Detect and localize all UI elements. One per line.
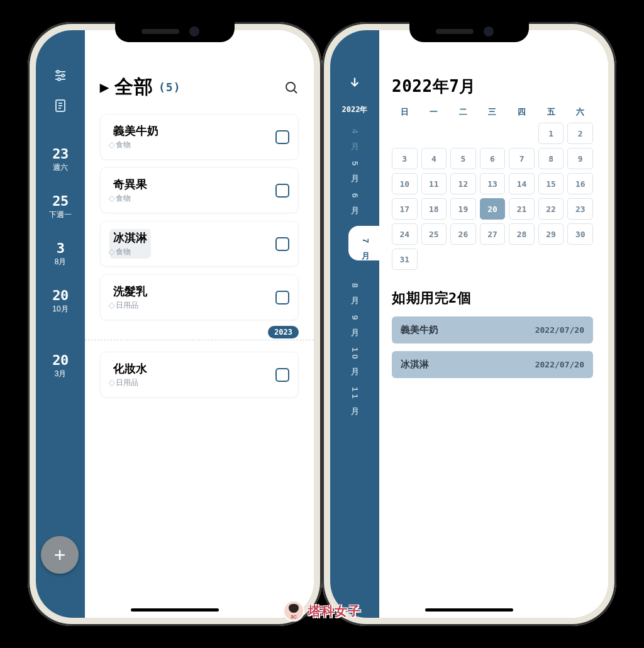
cal-cell-empty [509,123,535,144]
cal-day[interactable]: 2 [567,123,593,144]
month-button[interactable]: 5月 [349,161,360,170]
month-button[interactable]: 6月 [349,193,360,203]
item-title: 洗髮乳 [113,284,147,299]
cal-day[interactable]: 31 [392,249,418,270]
date-item[interactable]: 25下週一 [49,194,72,220]
cal-day[interactable]: 16 [567,173,593,194]
cal-day[interactable]: 3 [392,148,418,169]
card-body: 奇異果 食物 [109,176,151,205]
cal-cell-empty [480,123,506,144]
left-sidebar: 23週六25下週一38月2010月203月 [36,30,85,618]
cal-day[interactable]: 8 [538,148,564,169]
watermark-avatar-icon [283,600,304,622]
date-item[interactable]: 2010月 [52,289,69,315]
cal-day[interactable]: 30 [567,223,593,245]
completed-item[interactable]: 義美牛奶2022/07/20 [392,316,593,344]
month-button[interactable]: 9月 [349,315,360,325]
cal-day[interactable]: 26 [450,223,476,245]
cal-day[interactable]: 13 [480,173,506,194]
date-item[interactable]: 23週六 [52,147,69,173]
item-card[interactable]: 義美牛奶 食物 [100,114,299,160]
item-tag: 食物 [113,140,158,150]
date-number: 20 [52,354,69,367]
cal-day[interactable]: 18 [421,198,447,220]
cal-day[interactable]: 29 [538,223,564,245]
cal-day[interactable]: 20 [480,198,506,220]
year-divider-chip: 2023 [268,326,299,338]
date-item[interactable]: 38月 [55,242,67,267]
item-card[interactable]: 化妝水 日用品 [100,352,299,398]
item-card[interactable]: 奇異果 食物 [100,167,299,213]
cal-day[interactable]: 15 [538,173,564,194]
month-button[interactable]: 10月 [349,347,360,364]
checkbox[interactable] [275,368,289,382]
month-sidebar: 2022年 4月5月6月7月8月9月10月11月 [330,30,379,618]
filters-icon[interactable] [53,68,68,83]
page-title[interactable]: ▶ 全部 (5) [100,74,181,100]
item-title: 義美牛奶 [113,123,158,138]
cal-day[interactable]: 5 [450,148,476,169]
cal-cell-empty [421,123,447,144]
add-button[interactable]: + [41,536,79,574]
cal-day[interactable]: 21 [509,198,535,220]
item-tag: 食物 [113,247,147,257]
cal-day[interactable]: 1 [538,123,564,144]
cal-day[interactable]: 9 [567,148,593,169]
cal-day[interactable]: 24 [392,223,418,245]
search-icon[interactable] [284,80,299,95]
items-list: 義美牛奶 食物 奇異果 食物 冰淇淋 食物 洗髮乳 日用品 化妝水 日用品 [100,114,299,398]
screen-left: 23週六25下週一38月2010月203月 ▶ 全部 (5) 義美牛奶 食物 奇… [36,30,314,618]
home-indicator[interactable] [425,608,513,612]
cal-day[interactable]: 7 [509,148,535,169]
cal-day[interactable]: 12 [450,173,476,194]
cal-day[interactable]: 22 [538,198,564,220]
checkbox[interactable] [275,184,289,198]
month-button[interactable]: 7月 [348,226,380,260]
title-text: 全部 [114,74,153,100]
item-tag: 日用品 [113,377,147,388]
cal-day[interactable]: 4 [421,148,447,169]
cal-day[interactable]: 19 [450,198,476,220]
down-arrow-icon[interactable] [348,75,362,89]
dow-label: 三 [480,106,506,118]
month-button[interactable]: 4月 [349,129,360,138]
item-title: 奇異果 [113,177,147,192]
cal-day[interactable]: 17 [392,198,418,220]
year-label[interactable]: 2022年 [342,104,368,115]
date-label: 3月 [52,369,69,379]
dropdown-triangle-icon: ▶ [100,81,109,94]
completed-date: 2022/07/20 [535,360,584,369]
header-row: ▶ 全部 (5) [100,74,299,100]
cal-day[interactable]: 6 [480,148,506,169]
completed-title: 如期用完2個 [392,289,593,308]
phone-frame-left: 23週六25下週一38月2010月203月 ▶ 全部 (5) 義美牛奶 食物 奇… [28,22,322,626]
cal-day[interactable]: 27 [480,223,506,245]
date-item[interactable]: 203月 [52,354,69,379]
checkbox[interactable] [275,291,289,304]
calendar-title: 2022年7月 [392,75,593,98]
cal-day[interactable]: 11 [421,173,447,194]
dow-label: 一 [421,106,447,118]
watermark-text: 塔科女子 [308,603,361,620]
cal-day[interactable]: 14 [509,173,535,194]
month-button[interactable]: 11月 [349,387,360,403]
sidebar-dates: 23週六25下週一38月2010月203月 [36,147,85,379]
item-card[interactable]: 洗髮乳 日用品 [100,274,299,320]
plus-icon: + [54,544,66,567]
month-button[interactable]: 8月 [349,283,360,293]
completed-name: 義美牛奶 [401,324,438,336]
date-number: 25 [49,194,72,208]
checkbox[interactable] [275,130,289,144]
item-count: (5) [158,81,181,94]
notes-icon[interactable] [53,98,68,113]
checkbox[interactable] [275,237,289,251]
cal-day[interactable]: 28 [509,223,535,245]
cal-day[interactable]: 23 [567,198,593,220]
cal-cell-empty [450,123,476,144]
item-card[interactable]: 冰淇淋 食物 [100,221,299,267]
cal-day[interactable]: 10 [392,173,418,194]
completed-item[interactable]: 冰淇淋2022/07/20 [392,351,593,378]
home-indicator[interactable] [131,608,219,612]
cal-day[interactable]: 25 [421,223,447,245]
completed-name: 冰淇淋 [401,359,429,371]
